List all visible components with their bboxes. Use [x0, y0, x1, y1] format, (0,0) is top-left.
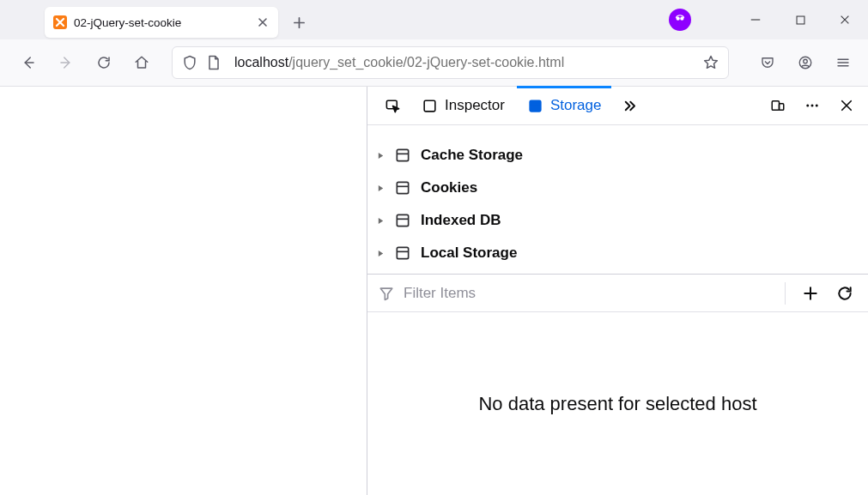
storage-icon	[393, 178, 412, 197]
nav-back-button[interactable]	[14, 48, 43, 77]
bookmark-star-icon[interactable]	[702, 54, 719, 71]
svg-rect-15	[397, 182, 408, 193]
storage-icon	[393, 244, 412, 263]
storage-filter-bar	[367, 275, 868, 312]
expand-twisty-icon[interactable]	[376, 250, 385, 257]
expand-twisty-icon[interactable]	[376, 152, 385, 160]
expand-twisty-icon[interactable]	[376, 184, 385, 192]
toolbar-group	[753, 48, 858, 77]
app-menu-button[interactable]	[829, 48, 858, 77]
browser-tab[interactable]: 02-jQuery-set-cookie	[45, 7, 278, 38]
more-tabs-button[interactable]	[613, 87, 646, 125]
responsive-design-mode-icon[interactable]	[765, 93, 791, 118]
storage-tree-item-cache-storage[interactable]: Cache Storage	[376, 139, 859, 172]
svg-point-13	[816, 105, 818, 107]
pocket-icon[interactable]	[753, 48, 782, 77]
window-controls	[669, 0, 859, 39]
tab-title: 02-jQuery-set-cookie	[74, 16, 256, 29]
window-close-button[interactable]	[830, 5, 859, 34]
expand-twisty-icon[interactable]	[376, 217, 385, 225]
tree-item-label: Cache Storage	[421, 147, 523, 164]
inspector-tab-label: Inspector	[445, 97, 505, 114]
firefox-account-extension-icon[interactable]	[669, 9, 691, 31]
tab-close-button[interactable]	[256, 15, 270, 29]
storage-tree-item-cookies[interactable]: Cookies	[376, 172, 859, 204]
svg-point-5	[804, 59, 808, 63]
shield-icon[interactable]	[181, 54, 198, 71]
account-icon[interactable]	[791, 48, 820, 77]
devtools-close-button[interactable]	[834, 93, 859, 118]
tree-item-label: Cookies	[421, 179, 477, 196]
browser-navbar: localhost/jquery_set_cookie/02-jQuery-se…	[0, 39, 868, 87]
devtools-menu-button[interactable]	[799, 93, 825, 118]
storage-tab[interactable]: Storage	[517, 87, 612, 125]
filter-icon	[378, 285, 395, 302]
storage-tree-item-local-storage[interactable]: Local Storage	[376, 237, 859, 269]
new-tab-button[interactable]	[283, 7, 314, 38]
url-bar[interactable]: localhost/jquery_set_cookie/02-jQuery-se…	[172, 46, 729, 79]
svg-point-12	[811, 105, 814, 107]
svg-rect-7	[424, 100, 435, 112]
empty-state-message: No data present for selected host	[478, 393, 756, 415]
tree-item-label: Indexed DB	[421, 212, 501, 229]
svg-rect-14	[397, 149, 408, 160]
url-path: /jquery_set_cookie/02-jQuery-set-cookie.…	[288, 55, 564, 69]
refresh-items-button[interactable]	[832, 281, 858, 306]
nav-home-button[interactable]	[127, 48, 156, 77]
filter-items-input[interactable]	[404, 285, 773, 302]
devtools-panel: Inspector Storage	[367, 87, 868, 495]
nav-reload-button[interactable]	[89, 48, 118, 77]
inspector-tab[interactable]: Inspector	[411, 87, 515, 125]
pick-element-button[interactable]	[376, 87, 410, 125]
storage-tree: Cache Storage Cookies Indexed DB Local S…	[367, 125, 868, 275]
svg-rect-9	[772, 101, 779, 111]
tree-item-label: Local Storage	[421, 244, 517, 262]
nav-forward-button[interactable]	[52, 48, 81, 77]
svg-rect-8	[530, 100, 541, 112]
page-info-icon[interactable]	[205, 54, 222, 71]
window-maximize-button[interactable]	[786, 5, 815, 34]
xampp-favicon	[53, 15, 67, 29]
window-minimize-button[interactable]	[741, 5, 770, 34]
svg-point-11	[806, 105, 809, 107]
add-item-button[interactable]	[798, 281, 823, 306]
storage-icon	[393, 211, 412, 230]
separator	[785, 282, 786, 305]
url-host: localhost	[234, 55, 288, 69]
svg-rect-3	[797, 16, 804, 24]
storage-icon	[393, 146, 412, 165]
svg-rect-10	[780, 104, 784, 111]
storage-data-area: No data present for selected host	[367, 312, 868, 495]
page-content-area	[0, 87, 367, 495]
url-text: localhost/jquery_set_cookie/02-jQuery-se…	[234, 55, 695, 70]
svg-rect-16	[397, 214, 408, 226]
browser-tab-strip: 02-jQuery-set-cookie	[0, 0, 868, 39]
storage-tree-item-indexed-db[interactable]: Indexed DB	[376, 204, 859, 237]
devtools-toolbar: Inspector Storage	[367, 87, 868, 125]
storage-tab-label: Storage	[550, 97, 602, 114]
svg-rect-17	[397, 247, 408, 258]
